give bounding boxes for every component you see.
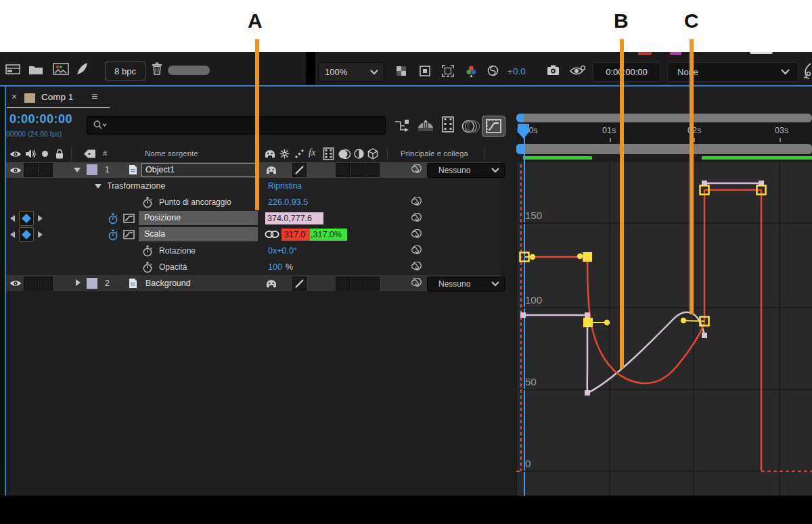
render-queue-icon[interactable]: [5, 64, 20, 76]
parent-pickwhip-icon[interactable]: [410, 164, 422, 176]
eye-icon[interactable]: [9, 279, 22, 287]
time-ruler[interactable]: 0:00s 01s 02s 03s: [516, 122, 812, 143]
motion-blur-switch[interactable]: [351, 277, 365, 291]
3d-layer-icon[interactable]: [367, 148, 378, 160]
audio-switch[interactable]: [24, 163, 38, 177]
parent-dropdown[interactable]: Nessuno: [427, 163, 505, 178]
anchor-point-row[interactable]: Punto di ancoraggio 226.0,93.5: [6, 194, 501, 211]
bit-depth-button[interactable]: 8 bpc: [105, 62, 145, 80]
current-timecode[interactable]: 0:00:00:00: [9, 112, 72, 126]
scale-label-box[interactable]: Scala: [139, 227, 258, 241]
transform-group-label[interactable]: Trasformazione: [107, 181, 165, 191]
channels-icon[interactable]: [466, 65, 477, 78]
lock-icon[interactable]: [55, 148, 64, 160]
layer-color-swatch[interactable]: [87, 278, 97, 289]
crop-region-icon[interactable]: [442, 65, 454, 77]
exposure-icon[interactable]: [487, 65, 499, 76]
search-input[interactable]: [87, 116, 386, 135]
column-source-name[interactable]: Nome sorgente: [145, 149, 198, 158]
exposure-value[interactable]: +0.0: [508, 66, 526, 76]
position-label-box[interactable]: Posizione: [139, 211, 258, 225]
graph-toggle-icon[interactable]: [123, 214, 135, 223]
quality-icon[interactable]: [294, 149, 304, 159]
trash-icon[interactable]: [152, 62, 162, 75]
property-pickwhip-icon[interactable]: [410, 229, 422, 241]
layer-row-background[interactable]: 2 Background Nessuno: [6, 275, 501, 292]
parent-dropdown[interactable]: Nessuno: [427, 277, 505, 291]
graph-toggle-icon[interactable]: [123, 230, 135, 239]
frame-blending-icon[interactable]: [440, 116, 456, 134]
mini-flowchart-icon[interactable]: [394, 119, 411, 133]
stopwatch-icon[interactable]: [142, 197, 153, 208]
previous-keyframe-icon[interactable]: [10, 215, 15, 222]
opacity-value[interactable]: 100: [268, 262, 282, 272]
property-pickwhip-icon[interactable]: [410, 262, 422, 273]
quality-switch[interactable]: [292, 163, 307, 177]
region-of-interest-icon[interactable]: [420, 66, 430, 76]
frame-blend-icon[interactable]: [323, 147, 334, 160]
stopwatch-icon-active[interactable]: [108, 213, 118, 224]
effects-switch[interactable]: [336, 277, 350, 291]
snapshot-icon[interactable]: [547, 65, 560, 76]
shy-icon[interactable]: [264, 149, 276, 159]
layer-color-swatch[interactable]: [87, 164, 97, 175]
previous-keyframe-icon[interactable]: [10, 231, 15, 238]
work-area-bar[interactable]: [516, 144, 812, 154]
property-pickwhip-icon[interactable]: [410, 213, 422, 224]
footage-icon[interactable]: [53, 63, 69, 76]
effects-switch[interactable]: [336, 163, 350, 177]
anchor-point-value[interactable]: 226.0,93.5: [268, 197, 308, 207]
next-keyframe-icon[interactable]: [38, 215, 43, 222]
property-pickwhip-icon[interactable]: [410, 245, 422, 257]
layer-name-box[interactable]: Object1: [141, 163, 259, 177]
opacity-label[interactable]: Opacità: [159, 262, 187, 272]
shy-switch-icon[interactable]: [265, 279, 277, 289]
time-navigator-track[interactable]: [516, 114, 812, 122]
scale-row[interactable]: Scala 317.0 ,317.0%: [6, 227, 501, 243]
3d-switch[interactable]: [365, 277, 380, 291]
motion-blur-icon[interactable]: [461, 119, 480, 134]
effects-icon[interactable]: fx: [309, 147, 315, 158]
layer-name[interactable]: Background: [145, 279, 191, 288]
column-parent-link[interactable]: Principale e collega: [401, 149, 468, 158]
rotation-row[interactable]: Rotazione 0x+0.0°: [6, 243, 501, 260]
3d-switch[interactable]: [365, 163, 380, 177]
column-number[interactable]: #: [103, 149, 107, 158]
brush-icon[interactable]: [76, 62, 89, 76]
preview-timecode-field[interactable]: 0:00:00:00: [593, 62, 660, 82]
scale-x-value-box[interactable]: 317.0: [281, 229, 310, 241]
position-row[interactable]: Posizione 374.0,777.6: [6, 210, 501, 227]
graph-editor-button[interactable]: [482, 116, 505, 137]
keyframe-toggle[interactable]: [19, 211, 34, 226]
rotation-value[interactable]: 0x+0.0°: [268, 246, 297, 256]
draft-3d-icon[interactable]: [417, 119, 434, 133]
work-area-start-handle[interactable]: [516, 144, 524, 154]
audio-switch[interactable]: [24, 277, 38, 291]
stopwatch-icon[interactable]: [142, 262, 153, 273]
graph-canvas[interactable]: 150100500: [516, 162, 812, 496]
rotation-label[interactable]: Rotazione: [159, 246, 196, 256]
scale-y-value-box[interactable]: ,317.0%: [310, 229, 347, 241]
adjustment-layer-icon[interactable]: [354, 149, 364, 159]
stopwatch-icon[interactable]: [142, 245, 153, 257]
motion-blur-switch-icon[interactable]: [338, 149, 351, 160]
panel-menu-icon[interactable]: ≡: [91, 91, 97, 103]
collapse-group-icon[interactable]: [95, 184, 102, 189]
layer-row-object1[interactable]: 1 Object1 Nessuno: [6, 162, 501, 178]
transform-group-row[interactable]: Trasformazione Ripristina: [6, 178, 501, 195]
stopwatch-icon-active[interactable]: [108, 229, 118, 241]
keyframe-toggle[interactable]: [19, 227, 34, 242]
expand-layer-icon[interactable]: [76, 279, 81, 286]
position-value-box[interactable]: 374.0,777.6: [265, 212, 323, 224]
solo-switch[interactable]: [39, 277, 53, 291]
show-snapshot-icon[interactable]: [570, 66, 586, 76]
solo-switch[interactable]: [39, 163, 53, 177]
reset-link[interactable]: Ripristina: [268, 181, 302, 191]
shy-switch-icon[interactable]: [265, 166, 277, 175]
label-color-icon[interactable]: [83, 149, 97, 159]
parent-pickwhip-icon[interactable]: [410, 278, 422, 289]
anchor-point-label[interactable]: Punto di ancoraggio: [159, 197, 231, 207]
comp-tab[interactable]: × Comp 1 ≡: [7, 89, 110, 108]
solo-icon[interactable]: [42, 151, 48, 157]
motion-blur-switch[interactable]: [351, 163, 365, 177]
